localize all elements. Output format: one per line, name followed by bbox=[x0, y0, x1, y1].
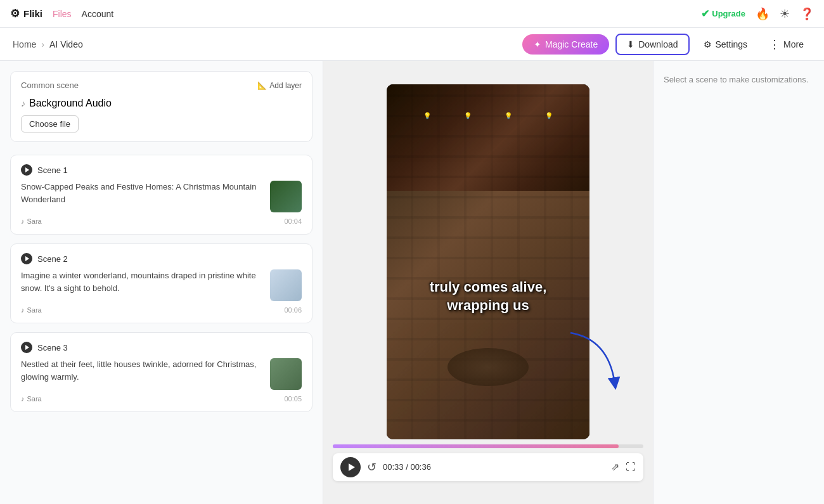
fire-icon[interactable]: 🔥 bbox=[756, 7, 769, 21]
gear-icon: ⚙ bbox=[10, 7, 20, 20]
play-pause-button[interactable] bbox=[340, 457, 361, 477]
right-panel: Select a scene to make customizations. bbox=[653, 61, 824, 504]
add-layer-icon: 📐 bbox=[257, 81, 267, 90]
fullscreen-button[interactable]: ⛶ bbox=[626, 462, 636, 473]
scene-card-2[interactable]: Scene 2 Imagine a winter wonderland, mou… bbox=[10, 243, 312, 323]
toolbar-actions: ✦ Magic Create ⬇ Download ⚙ Settings ⋮ M… bbox=[522, 33, 811, 56]
scene-2-duration: 00:06 bbox=[284, 306, 302, 314]
magic-star-icon: ✦ bbox=[534, 39, 541, 49]
center-panel: 💡 💡 💡 💡 truly comes alive, wrapping us ↺ bbox=[323, 61, 653, 504]
progress-bar[interactable] bbox=[333, 444, 643, 448]
nav-right: ✔ Upgrade 🔥 ☀ ❓ bbox=[701, 7, 814, 21]
choose-file-label: Choose file bbox=[29, 119, 70, 129]
video-controls: ↺ 00:33 / 00:36 ⇗ ⛶ bbox=[333, 444, 643, 481]
settings-button[interactable]: ⚙ Settings bbox=[696, 35, 756, 54]
nav-left: ⚙ Fliki Files Account bbox=[10, 7, 113, 20]
nav-account-link[interactable]: Account bbox=[82, 9, 114, 19]
scene-2-voice-name: Sara bbox=[27, 306, 42, 314]
main-layout: Common scene 📐 Add layer ♪ Background Au… bbox=[0, 61, 824, 504]
scene-1-header: Scene 1 bbox=[21, 164, 302, 176]
scene-2-text: Imagine a winter wonderland, mountains d… bbox=[21, 269, 264, 294]
music-note-icon: ♪ bbox=[21, 98, 25, 108]
scene-3-voice-name: Sara bbox=[27, 395, 42, 403]
common-scene-title: Common scene bbox=[21, 81, 79, 90]
scene-1-text: Snow-Capped Peaks and Festive Homes: A C… bbox=[21, 181, 264, 205]
settings-label: Settings bbox=[716, 39, 748, 49]
settings-gear-icon: ⚙ bbox=[704, 39, 712, 49]
scene-2-play-icon bbox=[21, 253, 32, 264]
scene-2-thumbnail bbox=[270, 269, 302, 301]
progress-fill bbox=[333, 444, 619, 448]
scene-1-label: Scene 1 bbox=[37, 165, 68, 175]
download-label: Download bbox=[638, 39, 678, 49]
top-nav: ⚙ Fliki Files Account ✔ Upgrade 🔥 ☀ ❓ bbox=[0, 0, 824, 28]
scene-2-voice: ♪ Sara bbox=[21, 306, 42, 314]
controls-right: ⇗ ⛶ bbox=[611, 461, 636, 473]
scene-3-label: Scene 3 bbox=[37, 343, 68, 352]
breadcrumb: Home › AI Video bbox=[13, 39, 83, 49]
scene-card-1[interactable]: Scene 1 Snow-Capped Peaks and Festive Ho… bbox=[10, 155, 312, 235]
upgrade-label: Upgrade bbox=[712, 9, 745, 18]
voice-icon: ♪ bbox=[21, 217, 25, 225]
scene-2-footer: ♪ Sara 00:06 bbox=[21, 306, 302, 314]
total-time: 00:36 bbox=[410, 462, 431, 472]
upgrade-button[interactable]: ✔ Upgrade bbox=[701, 8, 745, 20]
magic-create-label: Magic Create bbox=[545, 39, 598, 49]
toolbar: Home › AI Video ✦ Magic Create ⬇ Downloa… bbox=[0, 28, 824, 61]
breadcrumb-separator: › bbox=[41, 39, 44, 49]
right-panel-hint: Select a scene to make customizations. bbox=[664, 74, 814, 86]
scene-3-duration: 00:05 bbox=[284, 395, 302, 403]
magic-create-button[interactable]: ✦ Magic Create bbox=[522, 34, 609, 55]
brand-logo[interactable]: ⚙ Fliki bbox=[10, 7, 42, 20]
help-icon[interactable]: ❓ bbox=[800, 7, 814, 21]
breadcrumb-home[interactable]: Home bbox=[13, 39, 36, 49]
video-player[interactable]: 💡 💡 💡 💡 truly comes alive, wrapping us bbox=[387, 84, 589, 439]
scene-1-body: Snow-Capped Peaks and Festive Homes: A C… bbox=[21, 181, 302, 212]
sun-icon[interactable]: ☀ bbox=[780, 7, 790, 21]
breadcrumb-current: AI Video bbox=[49, 39, 83, 49]
scene-1-play-icon bbox=[21, 164, 32, 176]
scene-3-play-icon bbox=[21, 342, 32, 353]
scene-3-voice: ♪ Sara bbox=[21, 395, 42, 403]
scene-card-3[interactable]: Scene 3 Nestled at their feet, little ho… bbox=[10, 332, 312, 412]
download-button[interactable]: ⬇ Download bbox=[615, 34, 689, 55]
share-button[interactable]: ⇗ bbox=[611, 461, 619, 473]
scene-1-thumbnail bbox=[270, 181, 302, 212]
bg-audio-label: Background Audio bbox=[29, 98, 112, 109]
scene-2-label: Scene 2 bbox=[37, 254, 68, 264]
scene-2-header: Scene 2 bbox=[21, 253, 302, 264]
scene-3-footer: ♪ Sara 00:05 bbox=[21, 395, 302, 403]
checkmark-icon: ✔ bbox=[701, 8, 709, 20]
download-icon: ⬇ bbox=[627, 39, 634, 49]
scene-3-header: Scene 3 bbox=[21, 342, 302, 353]
common-scene-header: Common scene 📐 Add layer bbox=[21, 81, 302, 90]
common-scene-card: Common scene 📐 Add layer ♪ Background Au… bbox=[10, 71, 312, 142]
scene-3-thumbnail bbox=[270, 358, 302, 390]
voice-icon-2: ♪ bbox=[21, 306, 25, 314]
scene-3-body: Nestled at their feet, little houses twi… bbox=[21, 358, 302, 390]
choose-file-button[interactable]: Choose file bbox=[21, 115, 79, 132]
bg-audio-row: ♪ Background Audio bbox=[21, 98, 302, 109]
scene-1-footer: ♪ Sara 00:04 bbox=[21, 217, 302, 225]
add-layer-label: Add layer bbox=[269, 81, 302, 90]
more-button[interactable]: ⋮ More bbox=[761, 33, 811, 56]
video-background: 💡 💡 💡 💡 bbox=[387, 84, 589, 439]
replay-button[interactable]: ↺ bbox=[367, 460, 377, 474]
current-time: 00:33 bbox=[383, 462, 404, 472]
scene-3-text: Nestled at their feet, little houses twi… bbox=[21, 358, 264, 383]
scene-2-body: Imagine a winter wonderland, mountains d… bbox=[21, 269, 302, 301]
controls-left: ↺ 00:33 / 00:36 bbox=[340, 457, 431, 477]
nav-files-link[interactable]: Files bbox=[53, 9, 72, 19]
time-display: 00:33 / 00:36 bbox=[383, 462, 431, 472]
add-layer-button[interactable]: 📐 Add layer bbox=[257, 81, 302, 90]
brand-name: Fliki bbox=[23, 8, 42, 19]
more-dots-icon: ⋮ bbox=[769, 37, 781, 51]
video-caption: truly comes alive, wrapping us bbox=[418, 278, 558, 314]
controls-row: ↺ 00:33 / 00:36 ⇗ ⛶ bbox=[333, 453, 643, 481]
voice-icon-3: ♪ bbox=[21, 395, 25, 403]
scene-1-voice: ♪ Sara bbox=[21, 217, 42, 225]
scene-1-duration: 00:04 bbox=[284, 217, 302, 225]
scene-1-voice-name: Sara bbox=[27, 217, 42, 225]
more-label: More bbox=[783, 39, 804, 49]
left-panel: Common scene 📐 Add layer ♪ Background Au… bbox=[0, 61, 323, 504]
